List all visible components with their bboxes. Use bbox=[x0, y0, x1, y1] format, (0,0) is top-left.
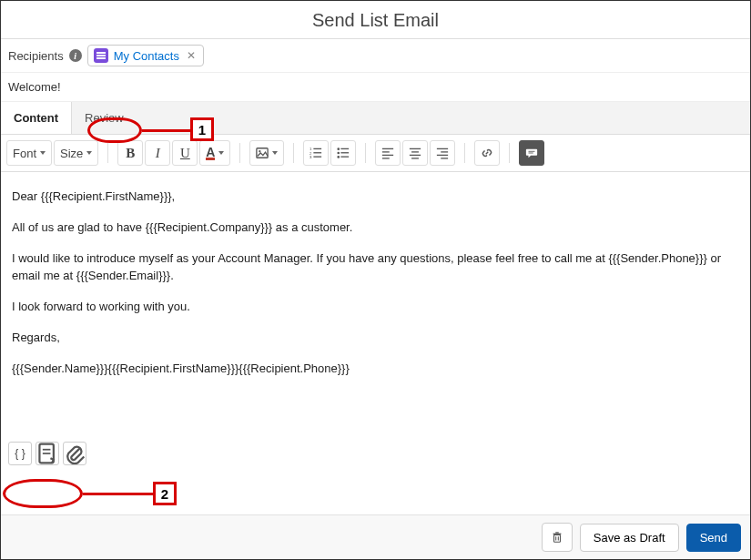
bulleted-list-button[interactable] bbox=[330, 140, 356, 166]
send-button[interactable]: Send bbox=[686, 524, 741, 552]
recipients-row: Recipients i My Contacts ✕ bbox=[1, 39, 750, 73]
bulleted-list-icon bbox=[337, 147, 350, 159]
chat-icon bbox=[525, 147, 538, 159]
dialog-title: Send List Email bbox=[1, 1, 750, 39]
svg-rect-2 bbox=[96, 57, 106, 59]
svg-rect-20 bbox=[382, 158, 390, 158]
svg-rect-10 bbox=[314, 157, 322, 158]
body-paragraph: All of us are glad to have {{{Recipient.… bbox=[12, 219, 739, 236]
svg-rect-21 bbox=[410, 148, 421, 149]
callout-2: 2 bbox=[3, 479, 194, 512]
bold-button[interactable]: B bbox=[117, 140, 143, 166]
svg-rect-0 bbox=[96, 52, 106, 54]
info-icon[interactable]: i bbox=[69, 49, 82, 62]
align-left-button[interactable] bbox=[375, 140, 401, 166]
image-button[interactable] bbox=[249, 140, 284, 166]
body-paragraph: {{{Sender.Name}}}{{{Recipient.FirstName}… bbox=[12, 361, 739, 377]
footer: Save as Draft Send bbox=[1, 514, 750, 559]
body-paragraph: Dear {{{Recipient.FirstName}}}, bbox=[12, 188, 739, 205]
svg-point-4 bbox=[259, 150, 261, 152]
svg-rect-29 bbox=[529, 151, 535, 152]
text-color-button[interactable]: A bbox=[199, 140, 230, 166]
svg-rect-35 bbox=[553, 534, 561, 535]
svg-rect-26 bbox=[441, 151, 449, 152]
svg-rect-1 bbox=[96, 55, 106, 56]
numbered-list-icon: 123 bbox=[310, 147, 322, 159]
recipient-chip-label: My Contacts bbox=[114, 49, 179, 63]
svg-rect-28 bbox=[441, 158, 449, 158]
underline-button[interactable]: U bbox=[172, 140, 198, 166]
separator bbox=[293, 143, 294, 163]
svg-rect-24 bbox=[412, 158, 420, 158]
separator bbox=[365, 143, 366, 163]
listview-icon bbox=[94, 48, 108, 63]
align-center-icon bbox=[409, 147, 421, 159]
subject-field[interactable]: Welcome! bbox=[1, 73, 750, 102]
svg-point-15 bbox=[338, 156, 340, 158]
svg-rect-6 bbox=[314, 148, 322, 149]
tab-content[interactable]: Content bbox=[1, 102, 72, 134]
recipient-chip[interactable]: My Contacts ✕ bbox=[87, 45, 204, 66]
recipients-label: Recipients bbox=[8, 49, 64, 63]
template-button[interactable] bbox=[36, 442, 59, 465]
source-button[interactable] bbox=[519, 140, 544, 166]
separator bbox=[464, 143, 465, 163]
svg-rect-18 bbox=[382, 151, 390, 152]
svg-rect-17 bbox=[382, 148, 393, 149]
svg-text:3: 3 bbox=[310, 155, 312, 159]
numbered-list-button[interactable]: 123 bbox=[303, 140, 329, 166]
link-button[interactable] bbox=[474, 140, 500, 166]
svg-rect-16 bbox=[341, 157, 350, 158]
svg-rect-33 bbox=[43, 453, 51, 454]
delete-button[interactable] bbox=[542, 523, 573, 552]
body-paragraph: I would like to introduce myself as your… bbox=[12, 250, 739, 283]
body-paragraph: I look forward to working with you. bbox=[12, 299, 739, 315]
svg-rect-25 bbox=[437, 148, 448, 149]
editor-toolbar: Font Size B I U A 123 bbox=[1, 135, 750, 172]
font-dropdown[interactable]: Font bbox=[6, 140, 52, 166]
svg-rect-27 bbox=[437, 155, 448, 156]
svg-rect-19 bbox=[382, 155, 393, 156]
tab-review[interactable]: Review bbox=[72, 102, 137, 134]
svg-rect-32 bbox=[43, 449, 51, 451]
separator bbox=[509, 143, 510, 163]
merge-field-button[interactable]: { } bbox=[8, 442, 32, 465]
separator bbox=[239, 143, 240, 163]
svg-point-13 bbox=[338, 152, 340, 155]
svg-rect-30 bbox=[529, 153, 533, 154]
align-left-icon bbox=[381, 147, 394, 159]
template-icon bbox=[36, 443, 58, 464]
link-icon bbox=[481, 147, 493, 159]
svg-rect-36 bbox=[555, 532, 559, 533]
image-icon bbox=[256, 147, 269, 159]
align-center-button[interactable] bbox=[402, 140, 428, 166]
svg-rect-12 bbox=[341, 148, 350, 149]
attachment-button[interactable] bbox=[63, 442, 86, 465]
italic-button[interactable]: I bbox=[145, 140, 170, 166]
trash-icon bbox=[551, 531, 563, 544]
email-body-editor[interactable]: Dear {{{Recipient.FirstName}}}, All of u… bbox=[1, 172, 750, 436]
svg-rect-14 bbox=[341, 152, 350, 153]
svg-point-11 bbox=[338, 148, 340, 150]
tabs: Content Review bbox=[1, 102, 750, 135]
save-as-draft-button[interactable]: Save as Draft bbox=[580, 524, 679, 552]
align-right-button[interactable] bbox=[430, 140, 455, 166]
align-right-icon bbox=[436, 147, 449, 159]
insert-toolbar: { } bbox=[1, 436, 750, 471]
separator bbox=[107, 143, 108, 163]
svg-rect-22 bbox=[412, 151, 420, 152]
size-dropdown[interactable]: Size bbox=[54, 140, 98, 166]
paperclip-icon bbox=[64, 443, 86, 464]
body-paragraph: Regards, bbox=[12, 330, 739, 346]
svg-rect-8 bbox=[314, 152, 322, 153]
svg-rect-34 bbox=[553, 535, 560, 542]
remove-chip-icon[interactable]: ✕ bbox=[185, 49, 198, 62]
svg-rect-23 bbox=[410, 155, 421, 156]
